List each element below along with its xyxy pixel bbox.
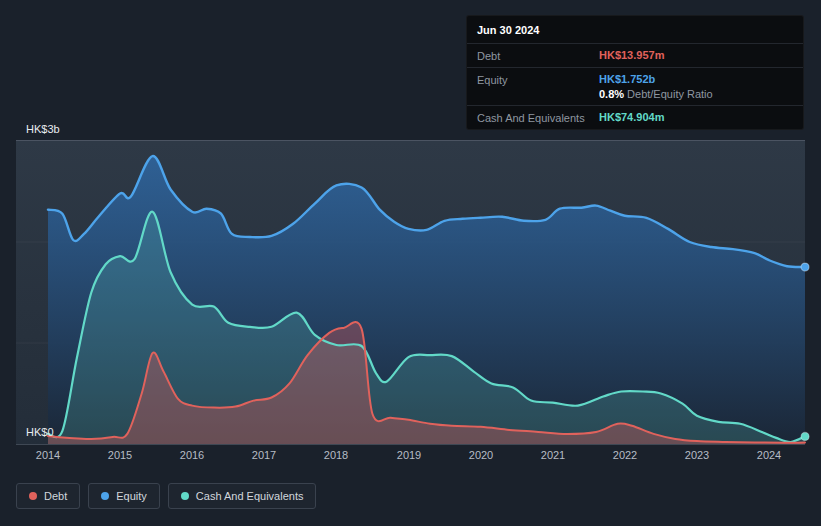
tooltip-date: Jun 30 2024 xyxy=(467,16,803,44)
x-tick-2014: 2014 xyxy=(36,449,60,461)
tooltip-debt-label: Debt xyxy=(477,49,599,62)
x-tick-2018: 2018 xyxy=(324,449,348,461)
equity-legend-dot-icon xyxy=(101,492,109,500)
y-axis-max-label: HK$3b xyxy=(26,123,60,135)
tooltip-debt-equity-ratio: 0.8%Debt/Equity Ratio xyxy=(599,88,713,100)
x-tick-2019: 2019 xyxy=(397,449,421,461)
debt-equity-history-chart xyxy=(16,141,805,444)
chart-tooltip: Jun 30 2024 Debt HK$13.957m Equity HK$1.… xyxy=(466,15,804,130)
chart-legend: Debt Equity Cash And Equivalents xyxy=(16,483,316,509)
legend-equity-label: Equity xyxy=(116,490,147,502)
x-tick-2017: 2017 xyxy=(252,449,276,461)
legend-cash-label: Cash And Equivalents xyxy=(196,490,304,502)
y-axis-min-label: HK$0 xyxy=(26,426,54,438)
cash-legend-dot-icon xyxy=(181,492,189,500)
x-tick-2020: 2020 xyxy=(469,449,493,461)
tooltip-equity-label: Equity xyxy=(477,73,599,86)
tooltip-equity-value: HK$1.752b xyxy=(599,73,713,85)
tooltip-equity-row: Equity HK$1.752b 0.8%Debt/Equity Ratio xyxy=(467,68,803,106)
x-tick-2015: 2015 xyxy=(108,449,132,461)
debt-legend-dot-icon xyxy=(29,492,37,500)
chart-plot[interactable] xyxy=(16,140,805,445)
tooltip-debt-value: HK$13.957m xyxy=(599,49,664,61)
x-tick-2023: 2023 xyxy=(685,449,709,461)
legend-item-debt[interactable]: Debt xyxy=(16,483,80,509)
tooltip-cash-label: Cash And Equivalents xyxy=(477,111,599,124)
x-tick-2016: 2016 xyxy=(180,449,204,461)
x-tick-2021: 2021 xyxy=(541,449,565,461)
tooltip-cash-row: Cash And Equivalents HK$74.904m xyxy=(467,106,803,129)
legend-debt-label: Debt xyxy=(44,490,67,502)
legend-item-equity[interactable]: Equity xyxy=(88,483,160,509)
legend-item-cash[interactable]: Cash And Equivalents xyxy=(168,483,317,509)
x-tick-2022: 2022 xyxy=(613,449,637,461)
x-axis: 2014 2015 2016 2017 2018 2019 2020 2021 … xyxy=(16,449,805,463)
tooltip-debt-row: Debt HK$13.957m xyxy=(467,44,803,68)
x-tick-2024: 2024 xyxy=(757,449,781,461)
tooltip-cash-value: HK$74.904m xyxy=(599,111,664,123)
